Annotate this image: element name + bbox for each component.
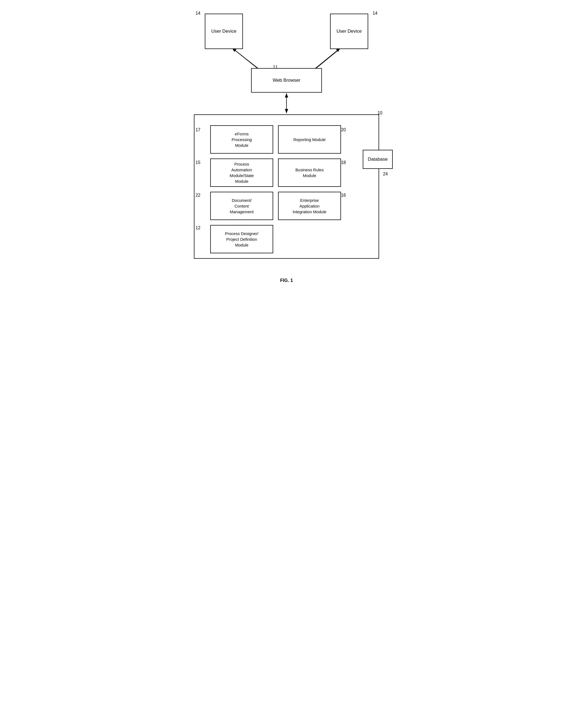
database-label: Database: [368, 156, 388, 163]
num-11: 11: [273, 65, 278, 70]
eforms-module: eFormsProcessingModule: [210, 125, 273, 154]
web-browser: Web Browser: [251, 68, 322, 93]
modules-grid: eFormsProcessingModule Reporting Module …: [205, 122, 347, 256]
web-browser-label: Web Browser: [273, 77, 300, 84]
process-automation-module: ProcessAutomationModule/StateModule: [210, 158, 273, 187]
user-device-right: User Device: [330, 14, 368, 49]
num-15: 15: [196, 160, 200, 165]
diagram: User Device User Device 14 14 Web Browse…: [183, 5, 390, 272]
document-content-label: Document/ContentManagement: [230, 198, 254, 215]
reporting-label: Reporting Module: [293, 137, 325, 143]
process-designer-module: Process Designer/Project DefinitionModul…: [210, 225, 273, 253]
num-16: 16: [341, 193, 346, 198]
num-14-right: 14: [373, 11, 377, 16]
process-designer-label: Process Designer/Project DefinitionModul…: [225, 231, 258, 248]
num-17: 17: [196, 127, 200, 133]
user-device-left: User Device: [205, 14, 243, 49]
enterprise-app-label: EnterpriseApplicationIntegration Module: [293, 198, 326, 215]
empty-cell: [278, 225, 341, 253]
fig-caption: FIG. 1: [183, 278, 390, 283]
business-rules-module: Business RulesModule: [278, 158, 341, 187]
num-10: 10: [377, 111, 382, 115]
reporting-module: Reporting Module: [278, 125, 341, 154]
num-14-left: 14: [196, 11, 200, 16]
eforms-label: eFormsProcessingModule: [231, 131, 252, 148]
user-device-left-label: User Device: [211, 28, 237, 35]
num-24: 24: [383, 171, 388, 176]
process-automation-label: ProcessAutomationModule/StateModule: [229, 161, 254, 184]
num-12: 12: [196, 225, 200, 230]
enterprise-app-module: EnterpriseApplicationIntegration Module: [278, 192, 341, 220]
num-22: 22: [196, 193, 200, 198]
num-20: 20: [341, 127, 346, 133]
document-content-module: Document/ContentManagement: [210, 192, 273, 220]
database-box: Database: [363, 150, 393, 169]
user-device-right-label: User Device: [336, 28, 362, 35]
business-rules-label: Business RulesModule: [296, 167, 323, 178]
num-18: 18: [341, 160, 346, 165]
